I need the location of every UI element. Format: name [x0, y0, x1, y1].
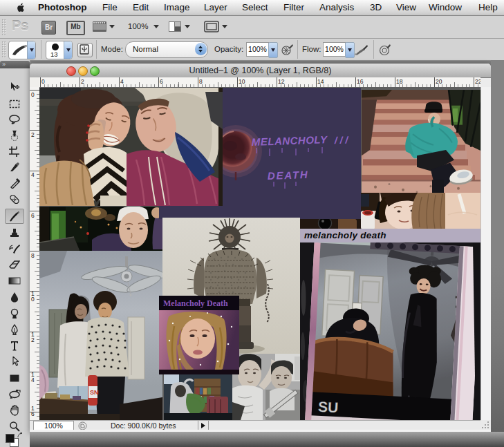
svg-text:SU: SU	[318, 399, 339, 415]
svg-text:DEATH: DEATH	[268, 169, 309, 182]
svg-text:SN: SN	[90, 389, 99, 396]
svg-text:/ / /: / / /	[334, 134, 350, 146]
svg-text:MELANCHOLY: MELANCHOLY	[252, 133, 329, 148]
svg-text:Melancholy Death: Melancholy Death	[163, 298, 228, 308]
